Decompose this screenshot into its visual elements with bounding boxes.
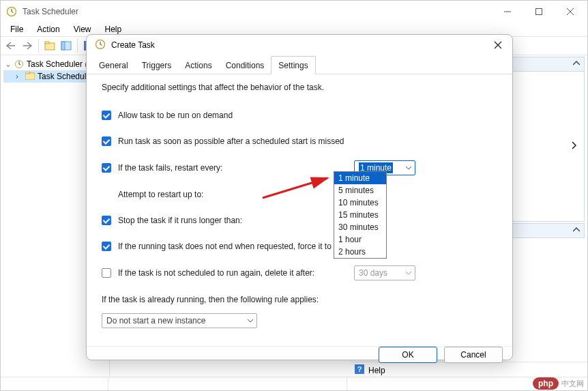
cancel-button[interactable]: Cancel	[444, 347, 503, 363]
dialog-tabs: General Triggers Actions Conditions Sett…	[87, 55, 512, 74]
svg-text:?: ?	[357, 365, 362, 373]
folder-icon	[25, 72, 35, 81]
create-task-dialog: Create Task General Triggers Actions Con…	[86, 34, 513, 360]
close-button[interactable]	[555, 1, 586, 23]
tab-general[interactable]: General	[92, 57, 135, 74]
rule-combo[interactable]: Do not start a new instance	[102, 313, 257, 328]
toolbar-panel-icon[interactable]	[59, 38, 74, 53]
help-icon: ?	[355, 364, 364, 376]
nav-forward-button[interactable]	[20, 38, 35, 53]
checkbox-stop-longer[interactable]	[102, 216, 111, 225]
dropdown-option[interactable]: 1 hour	[334, 233, 386, 246]
tab-settings[interactable]: Settings	[271, 56, 315, 74]
tree-root-label: Task Scheduler (L	[27, 59, 92, 69]
checkbox-run-asap[interactable]	[102, 136, 111, 146]
clock-icon	[95, 39, 106, 52]
restart-interval-dropdown[interactable]: 1 minute 5 minutes 10 minutes 15 minutes…	[334, 171, 387, 259]
dropdown-option[interactable]: 5 minutes	[334, 184, 386, 197]
tab-triggers[interactable]: Triggers	[135, 57, 179, 74]
collapse-icon[interactable]	[573, 59, 580, 69]
clock-icon	[14, 59, 24, 69]
help-item[interactable]: ? Help	[351, 362, 587, 378]
chevron-down-icon	[247, 319, 254, 323]
dialog-body: Specify additional settings that affect …	[87, 74, 512, 346]
dialog-title: Create Task	[111, 40, 488, 50]
expand-icon[interactable]: ›	[16, 72, 23, 81]
dropdown-option[interactable]: 10 minutes	[334, 197, 386, 209]
minimize-button[interactable]	[492, 1, 523, 23]
dropdown-option[interactable]: 30 minutes	[334, 221, 386, 233]
help-label: Help	[368, 366, 385, 375]
tree-child-label: Task Scheduler	[38, 72, 93, 81]
checkbox-force-stop[interactable]	[102, 242, 111, 251]
delete-after-value: 30 days	[359, 268, 387, 278]
maximize-button[interactable]	[523, 1, 555, 23]
label-fails-restart: If the task fails, restart every:	[118, 163, 222, 173]
label-run-asap: Run task as soon as possible after a sch…	[118, 136, 344, 146]
ok-button[interactable]: OK	[379, 347, 437, 363]
chevron-down-icon	[405, 166, 412, 170]
clock-icon	[6, 6, 17, 17]
label-delete-after: If the task is not scheduled to run agai…	[118, 268, 314, 278]
dropdown-option[interactable]: 15 minutes	[334, 209, 386, 221]
label-force-stop: If the running task does not end when re…	[118, 242, 344, 251]
dialog-footer: OK Cancel	[87, 346, 512, 363]
settings-description: Specify additional settings that affect …	[102, 83, 497, 92]
expand-icon[interactable]: ⌄	[5, 59, 12, 69]
dropdown-option[interactable]: 2 hours	[334, 246, 386, 258]
svg-rect-10	[25, 72, 29, 74]
watermark-badge: php	[533, 377, 559, 390]
svg-rect-3	[45, 42, 49, 44]
label-attempt: Attempt to restart up to:	[118, 190, 203, 199]
rule-value: Do not start a new instance	[106, 316, 205, 325]
nav-back-button[interactable]	[3, 38, 18, 53]
label-allow-demand: Allow task to be run on demand	[118, 111, 233, 120]
label-already-running: If the task is already running, then the…	[102, 295, 319, 304]
tab-actions[interactable]: Actions	[178, 57, 218, 74]
menu-action[interactable]: Action	[31, 23, 65, 35]
label-stop-longer: Stop the task if it runs longer than:	[118, 216, 242, 225]
dropdown-option[interactable]: 1 minute	[334, 172, 386, 184]
watermark-text: 中文网	[561, 379, 584, 389]
checkbox-fails-restart[interactable]	[102, 163, 111, 173]
toolbar-folder-icon[interactable]	[42, 38, 57, 53]
checkbox-delete-after[interactable]	[102, 268, 111, 278]
dialog-titlebar: Create Task	[87, 35, 512, 55]
svg-rect-1	[536, 9, 542, 15]
main-titlebar: Task Scheduler	[1, 1, 587, 23]
collapse-icon[interactable]	[573, 226, 580, 235]
checkbox-allow-demand[interactable]	[102, 111, 111, 120]
menu-file[interactable]: File	[5, 23, 29, 35]
delete-after-combo[interactable]: 30 days	[354, 265, 415, 280]
watermark: php 中文网	[533, 377, 584, 390]
tab-conditions[interactable]: Conditions	[219, 57, 271, 74]
window-title: Task Scheduler	[23, 7, 492, 16]
chevron-right-icon[interactable]	[572, 141, 577, 151]
status-bar	[1, 377, 587, 390]
dialog-close-button[interactable]	[488, 35, 508, 55]
chevron-down-icon	[405, 271, 412, 275]
svg-rect-5	[61, 42, 65, 50]
